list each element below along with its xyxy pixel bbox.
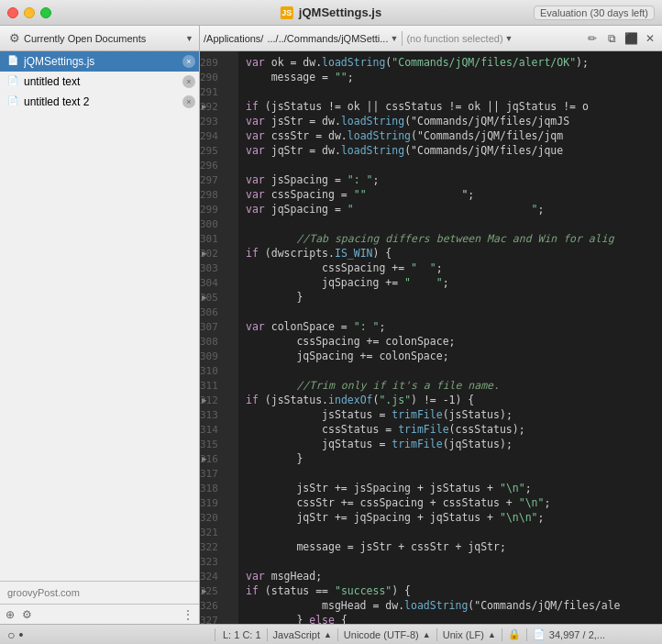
code-line: //Trim only if it's a file name. xyxy=(246,378,655,393)
code-line: cssStr += cssSpacing + cssStatus + "\n"; xyxy=(246,495,655,510)
add-icon[interactable]: ⊕ xyxy=(6,608,15,621)
line-number: 310 xyxy=(200,363,238,378)
close-file-icon[interactable]: × xyxy=(182,95,195,108)
expand-icon[interactable]: ⬛ xyxy=(623,30,639,47)
fold-arrow-icon[interactable]: ▶ xyxy=(202,586,206,595)
status-divider-4 xyxy=(436,628,437,641)
close-pane-icon[interactable]: ✕ xyxy=(642,30,658,47)
fold-arrow-icon[interactable]: ▶ xyxy=(202,102,206,111)
code-line xyxy=(246,525,655,539)
enc-arrow-icon: ▲ xyxy=(423,630,431,639)
line-number: 318 xyxy=(200,481,238,495)
status-circle-icon[interactable]: ○ xyxy=(7,627,15,642)
maximize-button[interactable] xyxy=(40,7,51,18)
line-number: 293 xyxy=(200,114,238,128)
file-icon: JS xyxy=(281,6,293,19)
line-number: 290 xyxy=(200,70,238,84)
status-dot-icon[interactable]: • xyxy=(18,627,23,642)
encoding-selector[interactable]: Unicode (UTF-8) ▲ xyxy=(344,629,431,640)
function-selector[interactable]: (no function selected) ▼ xyxy=(406,33,513,44)
line-number: 291 xyxy=(200,84,238,99)
file-name-label: untitled text xyxy=(24,75,179,88)
code-line xyxy=(246,466,655,481)
code-line: message = ""; xyxy=(246,70,655,84)
file-type-icon: 📄 xyxy=(7,95,20,108)
close-file-icon[interactable]: × xyxy=(182,75,195,88)
code-line: } else { xyxy=(246,613,655,624)
code-scroll[interactable]: 289290291▶292293294295296297298299300301… xyxy=(200,51,662,624)
line-number: ▶292 xyxy=(200,99,238,114)
settings-icon[interactable]: ⚙ xyxy=(6,29,24,48)
code-line: jsStr += jsSpacing + jsStatus + "\n"; xyxy=(246,481,655,495)
line-number: 319 xyxy=(200,495,238,510)
minimize-button[interactable] xyxy=(24,7,35,18)
status-divider-1 xyxy=(215,628,215,641)
code-line: } xyxy=(246,451,655,466)
lock-icon: 🔒 xyxy=(508,628,521,640)
close-file-icon[interactable]: × xyxy=(182,55,195,68)
line-number: 327 xyxy=(200,613,238,624)
line-number: 298 xyxy=(200,187,238,202)
line-number: 299 xyxy=(200,202,238,217)
settings-small-icon[interactable]: ⚙ xyxy=(22,608,32,621)
line-number: ▶325 xyxy=(200,583,238,598)
line-number: 320 xyxy=(200,510,238,525)
line-number: 323 xyxy=(200,554,238,569)
line-number: 296 xyxy=(200,158,238,172)
status-right: L: 1 C: 1 JavaScript ▲ Unicode (UTF-8) ▲… xyxy=(223,628,655,641)
code-editor[interactable]: 289290291▶292293294295296297298299300301… xyxy=(200,51,662,624)
line-number: 309 xyxy=(200,349,238,363)
open-documents-dropdown[interactable]: Currently Open Documents ▼ xyxy=(24,33,193,44)
line-number: 295 xyxy=(200,143,238,158)
close-button[interactable] xyxy=(7,7,18,18)
code-line: jqStr += jqSpacing + jqStatus + "\n\n"; xyxy=(246,510,655,525)
line-number: 306 xyxy=(200,305,238,319)
line-number: 326 xyxy=(200,598,238,613)
function-dropdown-icon[interactable]: ▼ xyxy=(505,34,513,43)
code-line: jqStatus = trimFile(jqStatus); xyxy=(246,437,655,451)
line-number: ▶302 xyxy=(200,246,238,261)
code-line xyxy=(246,158,655,172)
line-number: 297 xyxy=(200,172,238,187)
line-number: 307 xyxy=(200,319,238,334)
line-ending-selector[interactable]: Unix (LF) ▲ xyxy=(443,629,496,640)
sidebar-file-2[interactable]: 📄untitled text 2× xyxy=(0,92,199,112)
code-line: jqSpacing += colonSpace; xyxy=(246,349,655,363)
word-count: 📄 34,997 / 2,... xyxy=(533,628,605,640)
code-line: var cssSpacing = "" "; xyxy=(246,187,655,202)
doc-icon: 📄 xyxy=(533,628,546,640)
duplicate-icon[interactable]: ⧉ xyxy=(603,30,620,47)
code-line: var cssStr = dw.loadString("Commands/jQM… xyxy=(246,128,655,143)
fold-arrow-icon[interactable]: ▶ xyxy=(202,293,206,302)
code-line: cssSpacing += " "; xyxy=(246,261,655,275)
sidebar-bottom-bar: ⊕ ⚙ ⋮ xyxy=(0,604,199,624)
pencil-icon[interactable]: ✏ xyxy=(584,30,601,47)
code-line xyxy=(246,554,655,569)
sidebar-file-1[interactable]: 📄untitled text× xyxy=(0,72,199,92)
resize-icon[interactable]: ⋮ xyxy=(182,608,193,621)
toolbar: ⚙ Currently Open Documents ▼ /Applicatio… xyxy=(0,26,662,51)
line-number: ▶316 xyxy=(200,451,238,466)
documents-dropdown-container[interactable]: ⚙ Currently Open Documents ▼ xyxy=(0,26,200,50)
line-number: 304 xyxy=(200,275,238,290)
file-path: /Applications/ .../../Commands/jQMSetti.… xyxy=(204,33,398,44)
code-line: var msgHead; xyxy=(246,569,655,583)
toolbar-action-icons: ✏ ⧉ ⬛ ✕ xyxy=(584,30,658,47)
language-selector[interactable]: JavaScript ▲ xyxy=(273,629,332,640)
fold-arrow-icon[interactable]: ▶ xyxy=(202,249,206,258)
line-numbers: 289290291▶292293294295296297298299300301… xyxy=(200,51,238,624)
fold-arrow-icon[interactable]: ▶ xyxy=(202,454,206,463)
line-number: ▶305 xyxy=(200,290,238,305)
path-dropdown-icon[interactable]: ▼ xyxy=(390,34,398,43)
line-number: 313 xyxy=(200,407,238,422)
file-name-label: untitled text 2 xyxy=(24,95,179,108)
fold-arrow-icon[interactable]: ▶ xyxy=(202,395,206,405)
window-title: JS jQMSettings.js xyxy=(281,6,381,19)
code-content[interactable]: var ok = dw.loadString("Commands/jQM/fil… xyxy=(238,51,662,624)
sidebar-file-0[interactable]: 📄jQMSettings.js× xyxy=(0,51,199,72)
file-list: 📄jQMSettings.js×📄untitled text×📄untitled… xyxy=(0,51,199,112)
sidebar-brand: groovyPost.com xyxy=(0,581,199,604)
code-line: if (jsStatus.indexOf(".js") != -1) { xyxy=(246,393,655,407)
line-number: 303 xyxy=(200,261,238,275)
line-number: 322 xyxy=(200,539,238,554)
